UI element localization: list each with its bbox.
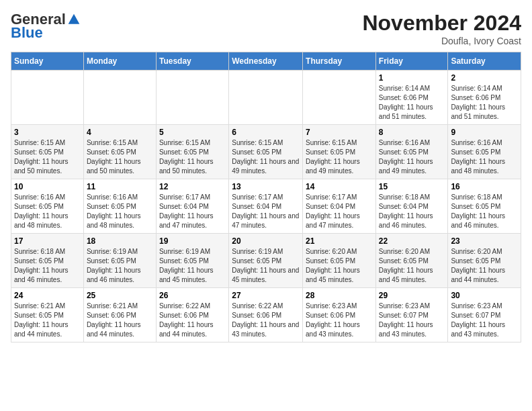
day-number: 4 bbox=[87, 128, 153, 137]
day-number: 10 bbox=[14, 182, 81, 191]
day-number: 24 bbox=[14, 291, 81, 300]
calendar-week-3: 10Sunrise: 6:16 AM Sunset: 6:05 PM Dayli… bbox=[11, 179, 521, 234]
day-number: 13 bbox=[232, 182, 300, 191]
day-header-wednesday: Wednesday bbox=[229, 52, 303, 71]
day-info: Sunrise: 6:19 AM Sunset: 6:05 PM Dayligh… bbox=[159, 247, 226, 285]
calendar-cell: 1Sunrise: 6:14 AM Sunset: 6:06 PM Daylig… bbox=[375, 71, 448, 125]
calendar-cell: 22Sunrise: 6:20 AM Sunset: 6:05 PM Dayli… bbox=[375, 234, 448, 288]
day-header-monday: Monday bbox=[83, 52, 156, 71]
calendar-cell: 26Sunrise: 6:22 AM Sunset: 6:06 PM Dayli… bbox=[156, 288, 228, 342]
day-number: 2 bbox=[451, 73, 518, 83]
day-info: Sunrise: 6:15 AM Sunset: 6:05 PM Dayligh… bbox=[14, 138, 81, 176]
day-number: 3 bbox=[14, 128, 81, 137]
day-info: Sunrise: 6:17 AM Sunset: 6:04 PM Dayligh… bbox=[159, 193, 226, 230]
logo-icon bbox=[67, 13, 81, 26]
page-header: General Blue November 2024 Doufla, Ivory… bbox=[11, 11, 521, 46]
day-number: 7 bbox=[306, 128, 373, 137]
calendar-cell: 8Sunrise: 6:16 AM Sunset: 6:05 PM Daylig… bbox=[375, 125, 448, 179]
calendar-cell: 15Sunrise: 6:18 AM Sunset: 6:04 PM Dayli… bbox=[375, 179, 448, 234]
calendar-cell: 29Sunrise: 6:23 AM Sunset: 6:07 PM Dayli… bbox=[375, 288, 448, 342]
day-info: Sunrise: 6:16 AM Sunset: 6:05 PM Dayligh… bbox=[14, 193, 81, 230]
day-number: 16 bbox=[451, 182, 518, 191]
day-info: Sunrise: 6:16 AM Sunset: 6:05 PM Dayligh… bbox=[87, 193, 153, 230]
calendar-cell bbox=[156, 71, 228, 125]
calendar-cell: 17Sunrise: 6:18 AM Sunset: 6:05 PM Dayli… bbox=[11, 234, 84, 288]
calendar-cell: 7Sunrise: 6:15 AM Sunset: 6:05 PM Daylig… bbox=[303, 125, 376, 179]
day-info: Sunrise: 6:19 AM Sunset: 6:05 PM Dayligh… bbox=[232, 247, 300, 285]
day-header-friday: Friday bbox=[375, 52, 448, 71]
day-info: Sunrise: 6:20 AM Sunset: 6:05 PM Dayligh… bbox=[379, 247, 445, 285]
day-info: Sunrise: 6:20 AM Sunset: 6:05 PM Dayligh… bbox=[306, 247, 373, 285]
calendar-week-1: 1Sunrise: 6:14 AM Sunset: 6:06 PM Daylig… bbox=[11, 71, 521, 125]
title-block: November 2024 Doufla, Ivory Coast bbox=[362, 11, 521, 46]
day-number: 6 bbox=[232, 128, 300, 137]
calendar-week-2: 3Sunrise: 6:15 AM Sunset: 6:05 PM Daylig… bbox=[11, 125, 521, 179]
day-number: 23 bbox=[451, 236, 518, 246]
day-info: Sunrise: 6:23 AM Sunset: 6:06 PM Dayligh… bbox=[306, 302, 373, 339]
day-header-tuesday: Tuesday bbox=[156, 52, 228, 71]
calendar-cell: 6Sunrise: 6:15 AM Sunset: 6:05 PM Daylig… bbox=[229, 125, 303, 179]
day-info: Sunrise: 6:15 AM Sunset: 6:05 PM Dayligh… bbox=[159, 138, 226, 176]
calendar-header-row: SundayMondayTuesdayWednesdayThursdayFrid… bbox=[11, 52, 521, 71]
day-info: Sunrise: 6:22 AM Sunset: 6:06 PM Dayligh… bbox=[159, 302, 226, 339]
day-number: 1 bbox=[379, 73, 445, 83]
day-info: Sunrise: 6:21 AM Sunset: 6:06 PM Dayligh… bbox=[87, 302, 153, 339]
calendar-cell: 16Sunrise: 6:18 AM Sunset: 6:05 PM Dayli… bbox=[448, 179, 521, 234]
calendar-cell: 14Sunrise: 6:17 AM Sunset: 6:04 PM Dayli… bbox=[303, 179, 376, 234]
day-number: 14 bbox=[306, 182, 373, 191]
day-info: Sunrise: 6:14 AM Sunset: 6:06 PM Dayligh… bbox=[451, 84, 518, 122]
calendar-week-5: 24Sunrise: 6:21 AM Sunset: 6:05 PM Dayli… bbox=[11, 288, 521, 342]
calendar-cell: 2Sunrise: 6:14 AM Sunset: 6:06 PM Daylig… bbox=[448, 71, 521, 125]
day-number: 9 bbox=[451, 128, 518, 137]
calendar-cell: 25Sunrise: 6:21 AM Sunset: 6:06 PM Dayli… bbox=[83, 288, 156, 342]
calendar-cell: 20Sunrise: 6:19 AM Sunset: 6:05 PM Dayli… bbox=[229, 234, 303, 288]
day-number: 21 bbox=[306, 236, 373, 246]
day-number: 22 bbox=[379, 236, 445, 246]
day-info: Sunrise: 6:16 AM Sunset: 6:05 PM Dayligh… bbox=[451, 138, 518, 176]
calendar-cell bbox=[229, 71, 303, 125]
calendar-table: SundayMondayTuesdayWednesdayThursdayFrid… bbox=[11, 52, 521, 342]
day-info: Sunrise: 6:19 AM Sunset: 6:05 PM Dayligh… bbox=[87, 247, 153, 285]
location: Doufla, Ivory Coast bbox=[362, 36, 521, 46]
calendar-cell bbox=[11, 71, 84, 125]
day-number: 26 bbox=[159, 291, 226, 300]
day-info: Sunrise: 6:17 AM Sunset: 6:04 PM Dayligh… bbox=[306, 193, 373, 230]
day-info: Sunrise: 6:23 AM Sunset: 6:07 PM Dayligh… bbox=[451, 302, 518, 339]
calendar-cell: 12Sunrise: 6:17 AM Sunset: 6:04 PM Dayli… bbox=[156, 179, 228, 234]
day-number: 25 bbox=[87, 291, 153, 300]
day-info: Sunrise: 6:14 AM Sunset: 6:06 PM Dayligh… bbox=[379, 84, 445, 122]
day-info: Sunrise: 6:22 AM Sunset: 6:06 PM Dayligh… bbox=[232, 302, 300, 339]
month-title: November 2024 bbox=[362, 11, 521, 36]
calendar-cell: 23Sunrise: 6:20 AM Sunset: 6:05 PM Dayli… bbox=[448, 234, 521, 288]
calendar-cell: 21Sunrise: 6:20 AM Sunset: 6:05 PM Dayli… bbox=[303, 234, 376, 288]
calendar-week-4: 17Sunrise: 6:18 AM Sunset: 6:05 PM Dayli… bbox=[11, 234, 521, 288]
day-number: 15 bbox=[379, 182, 445, 191]
day-info: Sunrise: 6:18 AM Sunset: 6:05 PM Dayligh… bbox=[14, 247, 81, 285]
calendar-cell: 28Sunrise: 6:23 AM Sunset: 6:06 PM Dayli… bbox=[303, 288, 376, 342]
calendar-cell bbox=[303, 71, 376, 125]
calendar-cell: 9Sunrise: 6:16 AM Sunset: 6:05 PM Daylig… bbox=[448, 125, 521, 179]
calendar-cell: 19Sunrise: 6:19 AM Sunset: 6:05 PM Dayli… bbox=[156, 234, 228, 288]
calendar-cell: 5Sunrise: 6:15 AM Sunset: 6:05 PM Daylig… bbox=[156, 125, 228, 179]
day-number: 27 bbox=[232, 291, 300, 300]
day-number: 12 bbox=[159, 182, 226, 191]
day-info: Sunrise: 6:15 AM Sunset: 6:05 PM Dayligh… bbox=[306, 138, 373, 176]
day-info: Sunrise: 6:16 AM Sunset: 6:05 PM Dayligh… bbox=[379, 138, 445, 176]
calendar-cell: 4Sunrise: 6:15 AM Sunset: 6:05 PM Daylig… bbox=[83, 125, 156, 179]
day-number: 11 bbox=[87, 182, 153, 191]
calendar-cell: 18Sunrise: 6:19 AM Sunset: 6:05 PM Dayli… bbox=[83, 234, 156, 288]
logo: General Blue bbox=[11, 11, 81, 42]
day-info: Sunrise: 6:18 AM Sunset: 6:05 PM Dayligh… bbox=[451, 193, 518, 230]
day-header-saturday: Saturday bbox=[448, 52, 521, 71]
calendar-cell: 24Sunrise: 6:21 AM Sunset: 6:05 PM Dayli… bbox=[11, 288, 84, 342]
calendar-cell: 30Sunrise: 6:23 AM Sunset: 6:07 PM Dayli… bbox=[448, 288, 521, 342]
calendar-cell bbox=[83, 71, 156, 125]
day-info: Sunrise: 6:20 AM Sunset: 6:05 PM Dayligh… bbox=[451, 247, 518, 285]
calendar-cell: 27Sunrise: 6:22 AM Sunset: 6:06 PM Dayli… bbox=[229, 288, 303, 342]
day-number: 8 bbox=[379, 128, 445, 137]
day-header-thursday: Thursday bbox=[303, 52, 376, 71]
svg-marker-0 bbox=[69, 14, 80, 24]
calendar-cell: 11Sunrise: 6:16 AM Sunset: 6:05 PM Dayli… bbox=[83, 179, 156, 234]
day-number: 5 bbox=[159, 128, 226, 137]
day-info: Sunrise: 6:21 AM Sunset: 6:05 PM Dayligh… bbox=[14, 302, 81, 339]
